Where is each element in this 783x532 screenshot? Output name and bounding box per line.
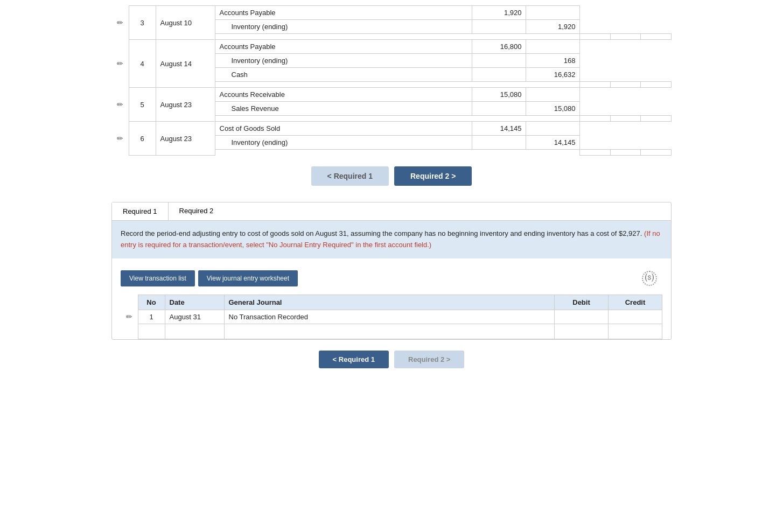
required2-nav-button[interactable]: Required 2 > bbox=[394, 166, 472, 186]
bottom-navigation: < Required 1 Required 2 > bbox=[111, 351, 672, 368]
debit-amount: 15,080 bbox=[472, 88, 526, 102]
empty-row-cell bbox=[138, 324, 165, 339]
debit-amount: 16,800 bbox=[472, 40, 526, 54]
bottom-account-name: No Transaction Recorded bbox=[224, 310, 555, 324]
bottom-debit-amount bbox=[555, 310, 609, 324]
entry-number: 4 bbox=[129, 40, 156, 88]
bottom-edit-button[interactable]: ✏ bbox=[126, 312, 132, 321]
credit-amount: 1,920 bbox=[526, 20, 580, 34]
entry-number: 6 bbox=[129, 122, 156, 156]
header-debit: Debit bbox=[555, 295, 609, 310]
entry-number: 3 bbox=[129, 6, 156, 40]
required1-nav-button[interactable]: < Required 1 bbox=[311, 166, 389, 186]
account-name: Inventory (ending) bbox=[215, 136, 472, 150]
bottom-credit-amount bbox=[609, 310, 662, 324]
action-buttons-row: View transaction list View journal entry… bbox=[121, 270, 662, 292]
credit-amount bbox=[526, 40, 580, 54]
edit-cell: ✏ bbox=[111, 122, 129, 156]
entry-date: August 23 bbox=[156, 122, 215, 156]
edit-cell: ✏ bbox=[111, 88, 129, 122]
account-name: Accounts Receivable bbox=[215, 88, 472, 102]
empty-row-cell bbox=[609, 324, 662, 339]
credit-amount bbox=[526, 6, 580, 20]
account-name: Accounts Payable bbox=[215, 6, 472, 20]
bottom-row-date: August 31 bbox=[165, 310, 224, 324]
bottom-journal-table: No Date General Journal Debit Credit ✏1A… bbox=[121, 295, 662, 339]
debit-amount: 14,145 bbox=[472, 122, 526, 136]
account-name: Sales Revenue bbox=[215, 102, 472, 116]
tab-required2[interactable]: Required 2 bbox=[169, 202, 225, 220]
account-name: Cash bbox=[215, 68, 472, 82]
tabs-bar: Required 1 Required 2 bbox=[112, 202, 671, 221]
bottom-required1-button[interactable]: < Required 1 bbox=[319, 351, 389, 368]
top-journal-table: ✏3August 10Accounts Payable1,920Inventor… bbox=[111, 5, 672, 156]
instructions-main-text: Record the period-end adjusting entry to… bbox=[121, 229, 642, 237]
edit-cell: ✏ bbox=[111, 40, 129, 88]
debit-amount bbox=[472, 54, 526, 68]
entry-date: August 14 bbox=[156, 40, 215, 88]
credit-amount: 14,145 bbox=[526, 136, 580, 150]
header-credit: Credit bbox=[609, 295, 662, 310]
empty-row-cell bbox=[121, 324, 138, 339]
empty-row-cell bbox=[555, 324, 609, 339]
debit-amount bbox=[472, 20, 526, 34]
edit-cell: ✏ bbox=[111, 6, 129, 40]
bottom-edit-cell: ✏ bbox=[121, 310, 138, 324]
edit-button[interactable]: ✏ bbox=[117, 100, 123, 109]
empty-row-cell bbox=[165, 324, 224, 339]
view-journal-entry-worksheet-button[interactable]: View journal entry worksheet bbox=[198, 270, 298, 286]
credit-amount: 16,632 bbox=[526, 68, 580, 82]
required-section: Required 1 Required 2 Record the period-… bbox=[111, 202, 672, 340]
account-name: Cost of Goods Sold bbox=[215, 122, 472, 136]
view-transaction-list-button[interactable]: View transaction list bbox=[121, 270, 195, 286]
header-date: Date bbox=[165, 295, 224, 310]
credit-amount bbox=[526, 88, 580, 102]
header-no: No bbox=[138, 295, 165, 310]
entry-number: 5 bbox=[129, 88, 156, 122]
debit-amount bbox=[472, 102, 526, 116]
credit-amount: 15,080 bbox=[526, 102, 580, 116]
credit-amount: 168 bbox=[526, 54, 580, 68]
debit-amount bbox=[472, 136, 526, 150]
top-navigation: < Required 1 Required 2 > bbox=[111, 166, 672, 186]
account-name: Inventory (ending) bbox=[215, 54, 472, 68]
bottom-required2-button[interactable]: Required 2 > bbox=[394, 351, 464, 368]
close-icon[interactable]: ⒮ bbox=[642, 271, 657, 286]
account-name: Accounts Payable bbox=[215, 40, 472, 54]
instructions-box: Record the period-end adjusting entry to… bbox=[112, 221, 671, 258]
debit-amount bbox=[472, 68, 526, 82]
account-name: Inventory (ending) bbox=[215, 20, 472, 34]
debit-amount: 1,920 bbox=[472, 6, 526, 20]
edit-button[interactable]: ✏ bbox=[117, 59, 123, 68]
empty-row-cell bbox=[224, 324, 555, 339]
edit-button[interactable]: ✏ bbox=[117, 134, 123, 143]
edit-button[interactable]: ✏ bbox=[117, 18, 123, 27]
credit-amount bbox=[526, 122, 580, 136]
entry-date: August 10 bbox=[156, 6, 215, 40]
header-edit bbox=[121, 295, 138, 310]
tab-required1[interactable]: Required 1 bbox=[112, 202, 169, 220]
action-area: View transaction list View journal entry… bbox=[112, 258, 671, 339]
bottom-row-number: 1 bbox=[138, 310, 165, 324]
entry-date: August 23 bbox=[156, 88, 215, 122]
header-general-journal: General Journal bbox=[224, 295, 555, 310]
